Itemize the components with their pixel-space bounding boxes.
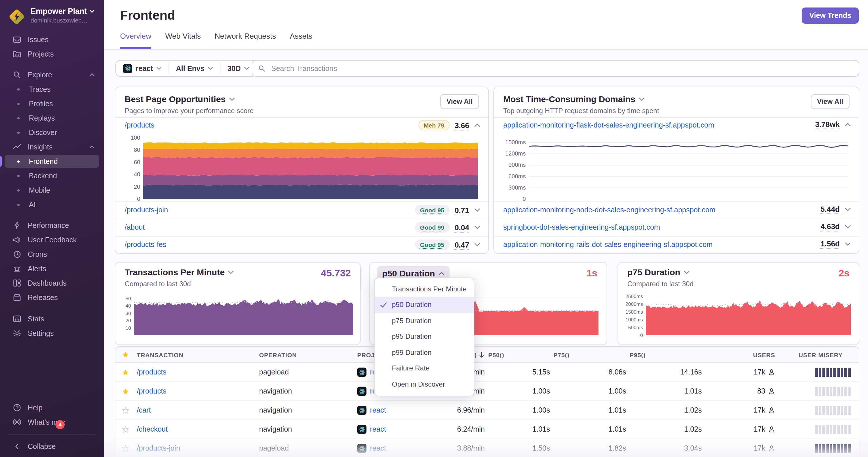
tab-network-requests[interactable]: Network Requests: [215, 32, 276, 49]
date-range-filter[interactable]: 30D: [220, 61, 256, 76]
menu-item-p75[interactable]: p75 Duration: [375, 313, 474, 329]
table-row[interactable]: /products pageload react /min 5.15s 8.06…: [116, 363, 859, 382]
column-header-user-misery[interactable]: USER MISERY: [777, 351, 851, 358]
domain-link[interactable]: application-monitoring-flask-dot-sales-e…: [503, 121, 714, 129]
sidebar-item-mobile[interactable]: Mobile: [0, 183, 104, 197]
page-row[interactable]: /products-join Good 95 0.71: [116, 201, 488, 219]
sidebar-item-releases[interactable]: Releases: [0, 290, 104, 305]
project-cell[interactable]: react: [355, 444, 440, 453]
table-row[interactable]: /cart navigation react 6.96/min 1.00s 1.…: [116, 401, 859, 420]
domain-link[interactable]: application-monitoring-rails-dot-sales-e…: [503, 240, 712, 249]
tab-overview[interactable]: Overview: [120, 32, 151, 49]
domain-row[interactable]: springboot-dot-sales-engineering-sf.apps…: [494, 219, 859, 236]
sidebar-item-user-feedback[interactable]: User Feedback: [0, 232, 104, 247]
menu-item-failure-rate[interactable]: Failure Rate: [375, 360, 474, 376]
view-all-button[interactable]: View All: [811, 94, 849, 109]
transaction-link[interactable]: /checkout: [137, 425, 168, 433]
star-toggle[interactable]: [116, 368, 135, 376]
column-header-transaction[interactable]: TRANSACTION: [135, 351, 257, 358]
sidebar-item-help[interactable]: Help: [0, 400, 104, 415]
project-filter[interactable]: react: [116, 61, 168, 76]
column-header-p95[interactable]: P95(): [628, 351, 704, 358]
sidebar-item-profiles[interactable]: Profiles: [0, 96, 104, 111]
expanded-domain-row[interactable]: application-monitoring-flask-dot-sales-e…: [494, 118, 859, 134]
table-row[interactable]: /products-join pageload react 3.88/min 1…: [116, 439, 859, 457]
project-cell[interactable]: react: [355, 425, 440, 434]
chevron-down-icon[interactable]: [845, 241, 851, 246]
transaction-link[interactable]: /products: [137, 368, 166, 376]
transaction-link[interactable]: /products: [137, 387, 166, 395]
sidebar-item-traces[interactable]: Traces: [0, 82, 104, 96]
project-link[interactable]: react: [370, 444, 386, 452]
domains-title-dropdown[interactable]: Most Time-Consuming Domains: [503, 94, 645, 104]
chevron-down-icon[interactable]: [474, 208, 480, 213]
org-switcher[interactable]: Empower Plant dominik.buszowiec…: [8, 7, 94, 25]
project-link[interactable]: react: [370, 425, 386, 433]
page-link[interactable]: /about: [125, 223, 145, 231]
sidebar-item-settings[interactable]: Settings: [0, 326, 104, 340]
column-header-users[interactable]: USERS: [704, 351, 777, 358]
view-trends-button[interactable]: View Trends: [802, 7, 859, 24]
table-row[interactable]: /checkout navigation react 6.24/min 1.01…: [116, 420, 859, 439]
sidebar-item-issues[interactable]: Issues: [0, 32, 104, 47]
menu-item-open-in-discover[interactable]: Open in Discover: [375, 376, 474, 392]
page-link[interactable]: /products-join: [125, 206, 168, 214]
column-header-p50[interactable]: P50(): [487, 351, 552, 358]
score-badge[interactable]: Good 99: [415, 222, 449, 232]
sidebar-item-whats-new[interactable]: What's new 4: [0, 415, 104, 429]
score-badge[interactable]: Good 95: [415, 239, 449, 250]
sidebar-item-replays[interactable]: Replays: [0, 111, 104, 125]
page-row[interactable]: /about Good 99 0.04: [116, 219, 488, 236]
sidebar-item-performance[interactable]: Performance: [0, 218, 104, 232]
chevron-down-icon[interactable]: [474, 225, 480, 230]
tab-web-vitals[interactable]: Web Vitals: [165, 32, 200, 49]
sidebar-item-insights[interactable]: Insights: [0, 140, 104, 154]
score-badge[interactable]: Good 95: [415, 205, 449, 215]
domain-row[interactable]: application-monitoring-rails-dot-sales-e…: [494, 236, 859, 253]
sidebar-item-projects[interactable]: Projects: [0, 47, 104, 61]
tab-assets[interactable]: Assets: [290, 32, 312, 49]
transaction-link[interactable]: /cart: [137, 406, 151, 414]
column-header-operation[interactable]: OPERATION: [257, 351, 355, 358]
page-link[interactable]: /products-fes: [125, 240, 166, 249]
sidebar-item-crons[interactable]: Crons: [0, 247, 104, 261]
sidebar-item-ai[interactable]: AI: [0, 197, 104, 212]
sidebar-item-dashboards[interactable]: Dashboards: [0, 276, 104, 290]
transaction-link[interactable]: /products-join: [137, 444, 180, 452]
sidebar-item-backend[interactable]: Backend: [0, 168, 104, 183]
menu-item-tpm[interactable]: Transactions Per Minute: [375, 281, 474, 297]
tpm-title-dropdown[interactable]: Transactions Per Minute: [125, 267, 234, 277]
chevron-up-icon[interactable]: [474, 123, 480, 128]
menu-item-p95[interactable]: p95 Duration: [375, 329, 474, 345]
project-cell[interactable]: react: [355, 406, 440, 415]
page-row[interactable]: /products-fes Good 95 0.47: [116, 236, 488, 253]
expanded-page-row[interactable]: /products Meh 79 3.66: [116, 118, 488, 134]
star-toggle[interactable]: [116, 445, 135, 452]
sidebar-item-stats[interactable]: Stats: [0, 312, 104, 326]
chevron-down-icon[interactable]: [845, 224, 851, 229]
menu-item-p50[interactable]: p50 Duration: [375, 297, 474, 313]
star-toggle[interactable]: [116, 406, 135, 414]
sidebar-item-discover[interactable]: Discover: [0, 125, 104, 140]
environment-filter[interactable]: All Envs: [169, 61, 220, 76]
view-all-button[interactable]: View All: [440, 94, 479, 109]
star-toggle[interactable]: [116, 426, 135, 433]
p75-title-dropdown[interactable]: p75 Duration: [627, 267, 689, 277]
chevron-up-icon[interactable]: [845, 122, 851, 127]
chevron-down-icon[interactable]: [845, 207, 851, 211]
best-pages-title-dropdown[interactable]: Best Page Opportunities: [125, 94, 235, 104]
chevron-down-icon[interactable]: [474, 242, 480, 247]
domain-link[interactable]: application-monitoring-node-dot-sales-en…: [503, 206, 715, 214]
sidebar-item-frontend[interactable]: Frontend: [0, 154, 104, 168]
domain-row[interactable]: application-monitoring-node-dot-sales-en…: [494, 201, 859, 219]
menu-item-p99[interactable]: p99 Duration: [375, 345, 474, 360]
search-transactions-input[interactable]: [270, 64, 853, 73]
star-toggle[interactable]: [116, 388, 135, 395]
sidebar-item-alerts[interactable]: Alerts: [0, 261, 104, 276]
table-row[interactable]: /products navigation react /min 1.00s 1.…: [116, 382, 859, 401]
star-column-header[interactable]: [116, 351, 135, 358]
score-badge[interactable]: Meh 79: [418, 120, 449, 130]
sidebar-item-explore[interactable]: Explore: [0, 67, 104, 82]
sidebar-item-collapse[interactable]: Collapse: [0, 439, 104, 454]
project-link[interactable]: react: [370, 406, 386, 414]
